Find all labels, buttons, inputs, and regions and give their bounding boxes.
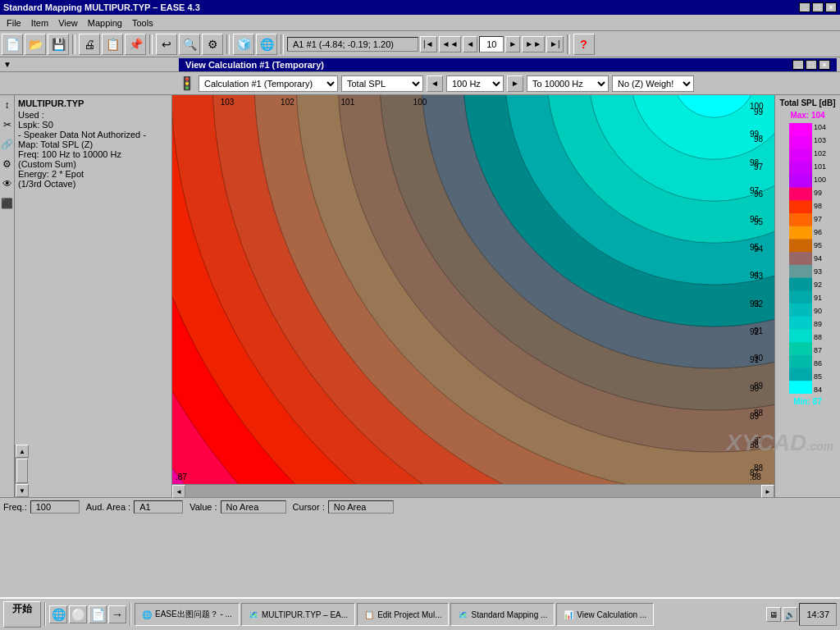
side-icon-6[interactable]: ⬛ <box>1 197 14 210</box>
chart-canvas-area: 10099989796959493929190898887 <box>172 95 774 484</box>
nav-prev[interactable]: ◄ <box>463 36 477 52</box>
nav-prev-fast[interactable]: ◄◄ <box>439 36 462 52</box>
taskbar-multipur-icon: 🗺️ <box>249 610 258 619</box>
print-button[interactable]: 🖨 <box>79 34 100 55</box>
legend-value: 98 <box>814 202 826 210</box>
taskbar-clock: 14:37 <box>799 603 837 626</box>
hscroll-track[interactable] <box>185 485 761 497</box>
main-title-bar: Standard Mapping MULTIPUR.TYP – EASE 4.3… <box>0 0 840 15</box>
menu-file[interactable]: File <box>2 16 26 30</box>
used-label: Used : <box>18 110 168 120</box>
vscroll-up[interactable]: ▲ <box>16 445 29 458</box>
legend-title: Total SPL [dB] <box>780 98 836 107</box>
nav-step-input[interactable] <box>479 36 504 52</box>
undo-button[interactable]: ↩ <box>156 34 177 55</box>
copy-button[interactable]: 📋 <box>102 34 123 55</box>
map-type-select[interactable]: Total SPL <box>341 75 423 92</box>
weighting-select[interactable]: No (Z) Weigh! <box>612 75 694 92</box>
open-button[interactable]: 📂 <box>25 34 46 55</box>
legend-value: 99 <box>814 189 826 197</box>
hscroll-right[interactable]: ► <box>761 485 774 498</box>
paste-button[interactable]: 📌 <box>125 34 146 55</box>
taskbar-edit-project[interactable]: 📋 Edit Project Mul... <box>357 603 449 626</box>
title-buttons[interactable]: _ □ × <box>799 2 837 12</box>
freq-right-btn[interactable]: ► <box>507 75 523 92</box>
3d-button[interactable]: 🧊 <box>233 34 254 55</box>
side-icon-4[interactable]: ⚙ <box>1 158 14 171</box>
vscroll-down[interactable]: ▼ <box>16 484 29 497</box>
freq-left-btn[interactable]: ◄ <box>427 75 443 92</box>
save-button[interactable]: 💾 <box>48 34 69 55</box>
calc-toolbar: 🚦 Calculation #1 (Temporary) Total SPL ◄… <box>0 72 840 95</box>
toolbar-1: 📄 📂 💾 🖨 📋 📌 ↩ 🔍 ⚙ 🧊 🌐 A1 #1 (-4.84; -0.1… <box>0 31 840 57</box>
file-name: MULTIPUR.TYP <box>18 98 168 108</box>
taskbar-view-icon: 📊 <box>564 610 573 619</box>
help-button[interactable]: ? <box>573 34 595 55</box>
nav-next-fast[interactable]: ►► <box>522 36 545 52</box>
taskbar-view-calc[interactable]: 📊 View Calculation ... <box>556 603 654 626</box>
calc-name-select[interactable]: Calculation #1 (Temporary) <box>199 75 338 92</box>
zoom-button[interactable]: 🔍 <box>179 34 200 55</box>
taskbar-chrome[interactable]: ⚪ <box>69 605 87 623</box>
tray-network[interactable]: 🖥 <box>766 607 781 622</box>
maximize-button[interactable]: □ <box>812 2 824 12</box>
calc-maximize[interactable]: □ <box>806 60 817 70</box>
aud-area-label: Aud. Area : <box>86 502 130 512</box>
taskbar-ease-help[interactable]: 🌐 EASE出图问题？ - ... <box>135 603 240 626</box>
nav-last[interactable]: ►| <box>546 36 564 52</box>
freq-value: 100 <box>30 500 80 514</box>
taskbar-edit-label: Edit Project Mul... <box>377 610 441 619</box>
nav-next[interactable]: ► <box>505 36 520 52</box>
taskbar-sep <box>44 603 46 626</box>
properties-button[interactable]: ⚙ <box>202 34 223 55</box>
new-button[interactable]: 📄 <box>2 34 23 55</box>
side-icon-5[interactable]: 👁 <box>1 177 14 190</box>
vscroll-track[interactable] <box>16 458 28 484</box>
menu-item[interactable]: Item <box>26 16 53 30</box>
tray-volume[interactable]: 🔊 <box>783 607 797 622</box>
legend-value: 90 <box>814 307 826 315</box>
taskbar-arrow[interactable]: → <box>108 605 126 623</box>
left-icon-strip: ↕ ✂ 🔗 ⚙ 👁 ⬛ <box>0 95 15 497</box>
vscroll-thumb[interactable] <box>16 459 28 483</box>
value-value: No Area <box>221 500 286 514</box>
calc-close[interactable]: × <box>819 60 830 70</box>
left-vscroll[interactable]: ▲ ▼ <box>15 445 28 497</box>
legend-value: 89 <box>814 320 826 328</box>
taskbar-ie[interactable]: 🌐 <box>49 605 67 623</box>
close-button[interactable]: × <box>825 2 837 12</box>
menu-view[interactable]: View <box>53 16 83 30</box>
taskbar-reader[interactable]: 📄 <box>89 605 107 623</box>
sep1 <box>72 34 75 54</box>
side-icon-1[interactable]: ↕ <box>1 98 14 112</box>
legend-value: 84 <box>814 386 826 394</box>
side-icon-2[interactable]: ✂ <box>1 118 14 131</box>
minimize-button[interactable]: _ <box>799 2 810 12</box>
nav-first[interactable]: |◄ <box>420 36 437 52</box>
freq-from-select[interactable]: 100 Hz <box>446 75 504 92</box>
globe-button[interactable]: 🌐 <box>256 34 277 55</box>
energy-label: Energy: 2 * Epot <box>18 169 168 179</box>
taskbar-multipur[interactable]: 🗺️ MULTIPUR.TYP – EA... <box>241 603 355 626</box>
main-title: Standard Mapping MULTIPUR.TYP – EASE 4.3 <box>3 2 200 12</box>
coord-display: A1 #1 (-4.84; -0.19; 1.20) <box>287 37 418 52</box>
freq-to-select[interactable]: To 10000 Hz <box>527 75 609 92</box>
sep2 <box>149 34 153 54</box>
taskbar: 开始 🌐 ⚪ 📄 → 🌐 EASE出图问题？ - ... 🗺️ MULTIPUR… <box>0 597 840 630</box>
side-icon-3[interactable]: 🔗 <box>1 138 14 151</box>
legend-value: 94 <box>814 254 826 262</box>
freq-label: Freq.: <box>3 502 27 512</box>
contour-chart[interactable] <box>172 95 774 484</box>
hscroll-left[interactable]: ◄ <box>172 485 185 498</box>
h-scrollbar[interactable]: ◄ ► <box>172 484 774 497</box>
lspk-label: Lspk: S0 <box>18 120 168 130</box>
legend-value: 104 <box>814 123 826 131</box>
speaker-note: - Speaker Data Not Authorized - <box>18 130 168 139</box>
menu-mapping[interactable]: Mapping <box>83 16 127 30</box>
calc-minimize[interactable]: _ <box>792 60 804 70</box>
left-panel-header: ▼ <box>3 60 11 69</box>
legend-value: 95 <box>814 241 826 249</box>
taskbar-std-mapping[interactable]: 🗺️ Standard Mapping ... <box>450 603 555 626</box>
menu-tools[interactable]: Tools <box>127 16 158 30</box>
start-button[interactable]: 开始 <box>3 601 41 628</box>
